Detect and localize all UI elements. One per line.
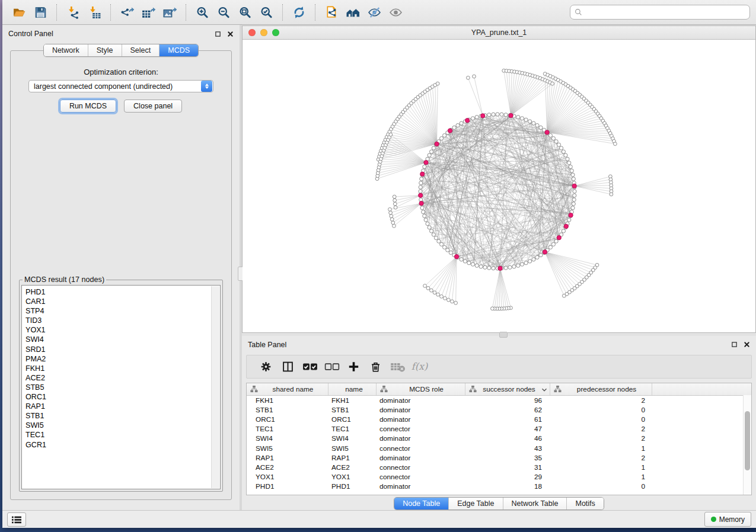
show-task-history-button[interactable] <box>7 512 26 527</box>
toolbar-zoom-selected-button[interactable] <box>257 4 275 21</box>
column-header-name[interactable]: name <box>328 383 377 395</box>
cell: connector <box>377 473 465 481</box>
tab-select[interactable]: Select <box>122 44 160 56</box>
mcds-result-item[interactable]: PHD1 <box>25 287 220 297</box>
splitter-grip-h[interactable] <box>499 332 508 338</box>
mcds-result-item[interactable]: PMA2 <box>25 354 220 364</box>
criterion-value: largest connected component (undirected) <box>29 82 201 91</box>
network-graph[interactable] <box>243 40 755 331</box>
toolbar-import-table-button[interactable] <box>85 4 103 21</box>
mcds-result-item[interactable]: ACE2 <box>25 373 220 383</box>
table-toolbar-show-columns-button[interactable] <box>277 358 299 376</box>
cell: PHD1 <box>247 482 328 491</box>
tab-network[interactable]: Network <box>44 44 88 56</box>
mcds-result-item[interactable]: ORC1 <box>25 392 220 402</box>
mcds-result-item[interactable]: CAR1 <box>25 297 220 306</box>
tab-network-table[interactable]: Network Table <box>503 498 567 509</box>
toolbar-export-network-button[interactable] <box>118 4 136 21</box>
toolbar-zoom-out-button[interactable] <box>215 4 232 21</box>
mcds-result-item[interactable]: RAP1 <box>25 402 220 411</box>
table-toolbar-unselect-all-button[interactable] <box>321 358 343 376</box>
table-toolbar-delete-button[interactable] <box>365 358 387 376</box>
column-header-successor-nodes[interactable]: successor nodes <box>465 383 550 395</box>
status-bar: Memory <box>2 510 756 528</box>
cell: 46 <box>465 434 550 443</box>
cell: 2 <box>550 396 652 405</box>
vertical-splitter[interactable] <box>240 25 242 510</box>
mcds-result-item[interactable]: FKH1 <box>25 364 220 373</box>
toolbar-zoom-fit-button[interactable] <box>236 4 254 21</box>
criterion-label: Optimization criterion: <box>19 68 223 76</box>
column-header-predecessor-nodes[interactable]: predecessor nodes <box>550 383 652 395</box>
float-panel-icon[interactable] <box>215 31 221 37</box>
table-row-ACE2[interactable]: ACE2ACE2connector311 <box>247 463 751 472</box>
cytoscape-window: Control Panel NetworkStyleSelectMCDS Opt… <box>2 0 756 528</box>
toolbar-zoom-in-button[interactable] <box>193 4 211 21</box>
tab-style[interactable]: Style <box>88 44 122 56</box>
mcds-result-item[interactable]: TID3 <box>25 316 220 325</box>
table-panel: Table Panel f(x) shared namenameMCDS rol… <box>242 336 756 510</box>
mcds-result-item[interactable]: YOX1 <box>25 325 220 335</box>
table-row-RAP1[interactable]: RAP1RAP1dominator352 <box>247 453 751 463</box>
mcds-result-item[interactable]: STB1 <box>25 411 220 421</box>
table-row-TEC1[interactable]: TEC1TEC1connector472 <box>247 424 751 434</box>
column-header-MCDS-role[interactable]: MCDS role <box>377 383 465 395</box>
mcds-result-item[interactable]: TEC1 <box>25 430 220 440</box>
toolbar-save-session-button[interactable] <box>31 4 49 21</box>
cell: RAP1 <box>328 454 377 462</box>
toolbar-export-table-button[interactable] <box>139 4 157 21</box>
column-type-icon <box>469 385 477 393</box>
toolbar-export-image-button[interactable] <box>161 4 178 21</box>
search-icon <box>574 8 583 17</box>
toolbar-refresh-button[interactable] <box>290 4 308 21</box>
cell: 96 <box>465 396 550 405</box>
search-input[interactable] <box>585 8 746 17</box>
cell: dominator <box>377 454 465 462</box>
close-panel-icon[interactable] <box>227 31 234 37</box>
float-panel-icon[interactable] <box>731 341 738 348</box>
toolbar-open-network-button[interactable] <box>10 4 28 21</box>
toolbar-hide-graphics-details-button[interactable] <box>365 4 383 21</box>
mcds-result-item[interactable]: GCR1 <box>25 440 220 450</box>
table-row-ORC1[interactable]: ORC1ORC1dominator610 <box>247 415 751 424</box>
table-toolbar-add-button[interactable] <box>343 358 365 376</box>
mcds-result-item[interactable]: SWI5 <box>25 421 220 430</box>
network-canvas[interactable] <box>243 40 755 332</box>
table-row-FKH1[interactable]: FKH1FKH1dominator962 <box>247 396 751 405</box>
criterion-select[interactable]: largest connected component (undirected) <box>28 80 213 92</box>
tab-edge-table[interactable]: Edge Table <box>449 498 503 509</box>
table-toolbar-settings-button[interactable] <box>255 358 277 376</box>
cell: 1 <box>550 473 652 481</box>
mcds-result-item[interactable]: STB5 <box>25 383 220 392</box>
memory-button[interactable]: Memory <box>704 512 751 527</box>
mcds-result-item[interactable]: STP4 <box>25 306 220 316</box>
toolbar-network-home-button[interactable] <box>344 4 362 21</box>
table-row-STB1[interactable]: STB1STB1dominator620 <box>247 405 751 415</box>
tab-mcds[interactable]: MCDS <box>160 44 198 56</box>
tab-motifs[interactable]: Motifs <box>567 498 603 509</box>
toolbar-import-network-button[interactable] <box>64 4 82 21</box>
toolbar-open-session-file-button[interactable] <box>323 4 340 21</box>
table-toolbar-select-all-button[interactable] <box>299 358 321 376</box>
table-row-SWI4[interactable]: SWI4SWI4dominator462 <box>247 434 751 443</box>
list-scrollbar[interactable] <box>211 286 219 488</box>
table-scrollbar[interactable] <box>743 395 751 495</box>
mcds-result-list[interactable]: PHD1CAR1STP4TID3YOX1SWI4SRD1PMA2FKH1ACE2… <box>21 285 221 489</box>
main-content: Control Panel NetworkStyleSelectMCDS Opt… <box>2 25 756 510</box>
cell: 43 <box>465 444 550 453</box>
scrollbar-thumb[interactable] <box>745 411 750 470</box>
table-panel-header: Table Panel <box>242 338 756 351</box>
tab-node-table[interactable]: Node Table <box>394 498 449 509</box>
run-mcds-button[interactable]: Run MCDS <box>60 100 116 113</box>
close-panel-icon[interactable] <box>744 341 750 348</box>
mcds-result-item[interactable]: SWI4 <box>25 335 220 344</box>
column-header-shared-name[interactable]: shared name <box>247 383 328 395</box>
table-row-PHD1[interactable]: PHD1PHD1dominator180 <box>247 482 751 491</box>
table-row-YOX1[interactable]: YOX1YOX1connector291 <box>247 472 751 482</box>
mcds-result-item[interactable]: SRD1 <box>25 345 220 354</box>
toolbar-separator <box>56 4 57 21</box>
horizontal-splitter[interactable] <box>242 333 756 336</box>
close-panel-button[interactable]: Close panel <box>124 100 182 113</box>
cell: 0 <box>550 406 652 414</box>
table-row-SWI5[interactable]: SWI5SWI5connector431 <box>247 443 751 453</box>
